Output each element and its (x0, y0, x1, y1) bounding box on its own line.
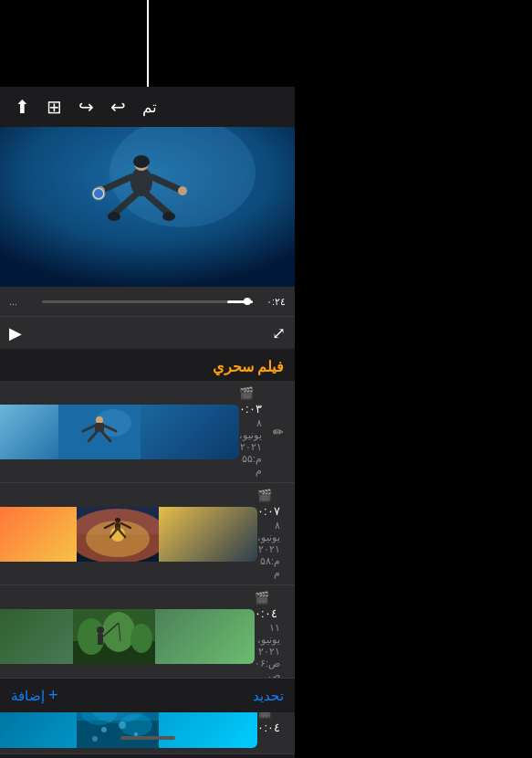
svg-rect-40 (98, 634, 103, 645)
main-content: ۰:۲٤ ... ⤢ ▶ فيلم سحري ✏ 🎬 ۰:۰۳ ٨ يونيو،… (0, 127, 295, 758)
svg-point-17 (96, 416, 103, 424)
clip-icon-row: 🎬 (257, 489, 272, 502)
clip-duration: ۰:۰٤ (255, 606, 277, 620)
clip-duration: ۰:۰٤ (257, 721, 280, 734)
svg-point-49 (119, 721, 126, 729)
video-icon: 🎬 (255, 591, 269, 605)
toolbar: تم ↩ ↪ ⊞ ⬆ (0, 87, 295, 127)
svg-point-4 (133, 155, 150, 168)
video-icon: 🎬 (239, 386, 254, 400)
fullscreen-button[interactable]: ⤢ (272, 323, 286, 343)
clip-info: 🎬 ۰:۰۷ ٨ يونيو، ۲۰۲۱ م:۵۸ م (257, 489, 287, 579)
add-label: إضافة (11, 688, 45, 704)
done-button[interactable]: تم (142, 98, 157, 117)
playback-controls: ⤢ ▶ (0, 316, 295, 349)
svg-point-12 (162, 212, 175, 221)
clip-thumbnail (0, 507, 257, 562)
clip-info: 🎬 ۰:۰۳ ٨ يونيو، ۲۰۲۱ م:۵۵ م (239, 386, 269, 477)
svg-point-11 (108, 212, 120, 221)
edit-icon[interactable]: ✏ (269, 421, 287, 443)
left-panel (295, 0, 532, 758)
preview-graphic (0, 127, 295, 287)
scroll-indicator (120, 736, 175, 740)
clip-icon-row: 🎬 (255, 591, 269, 605)
magic-button[interactable]: ⊞ (47, 96, 62, 118)
redo-icon: ↪ (78, 96, 94, 118)
play-button[interactable]: ▶ (9, 323, 22, 343)
playhead-area (0, 0, 295, 87)
clip-date: ٨ يونيو، ۲۰۲۱ م:۵۵ م (239, 417, 262, 477)
clip-info: 🎬 ۰:۰٤ ١١ يونيو، ۲۰۲۱ ص:۰۶ ص (255, 591, 287, 681)
clip-item[interactable]: ✏ 🎬 ۰:۰۳ ٨ يونيو، ۲۰۲۱ م:۵۵ م (0, 381, 295, 483)
clip-duration: ۰:۰۷ (257, 504, 280, 518)
progress-dot (244, 298, 251, 305)
share-button[interactable]: ⬆ (15, 96, 30, 118)
svg-point-39 (97, 626, 104, 634)
svg-rect-18 (95, 423, 104, 432)
playhead-line (147, 0, 149, 87)
progress-bar[interactable] (42, 300, 253, 303)
svg-point-38 (130, 624, 152, 653)
svg-point-48 (101, 727, 107, 732)
video-preview-inner (0, 127, 295, 287)
redo-button[interactable]: ↪ (78, 96, 94, 118)
bottom-actions: تحديد + إضافة (0, 678, 295, 712)
svg-point-51 (92, 736, 98, 742)
video-controls: ۰:۲٤ ... (0, 287, 295, 316)
magic-icon: ⊞ (47, 96, 62, 118)
svg-point-37 (102, 612, 135, 652)
video-icon: 🎬 (257, 489, 272, 502)
undo-button[interactable]: ↩ (110, 96, 126, 118)
share-icon: ⬆ (15, 96, 30, 118)
current-time: ۰:۲٤ (260, 296, 286, 308)
section-title: فيلم سحري (0, 349, 295, 381)
undo-icon: ↩ (110, 96, 126, 118)
add-icon: + (48, 686, 58, 705)
svg-point-2 (130, 167, 152, 196)
clip-date: ٨ يونيو، ۲۰۲۱ م:۵۸ م (257, 520, 280, 579)
clip-item[interactable]: 🎬 ۰:۰٤ ١١ يونيو، ۲۰۲۱ ص:۰۶ ص (0, 585, 295, 688)
svg-point-8 (178, 186, 187, 195)
add-button[interactable]: + إضافة (11, 686, 58, 705)
total-time: ... (9, 296, 35, 307)
svg-point-14 (94, 189, 103, 198)
clip-thumbnail (0, 405, 239, 459)
select-button[interactable]: تحديد (253, 688, 284, 704)
clip-duration: ۰:۰۳ (239, 402, 262, 416)
clip-date: ١١ يونيو، ۲۰۲۱ ص:۰۶ ص (255, 622, 280, 681)
clip-thumbnail (0, 609, 255, 664)
video-preview[interactable] (0, 127, 295, 287)
clip-item[interactable]: 🎬 ۰:۰۷ ٨ يونيو، ۲۰۲۱ م:۵۸ م (0, 483, 295, 585)
clip-icon-row: 🎬 (239, 386, 254, 400)
svg-point-28 (115, 518, 120, 523)
